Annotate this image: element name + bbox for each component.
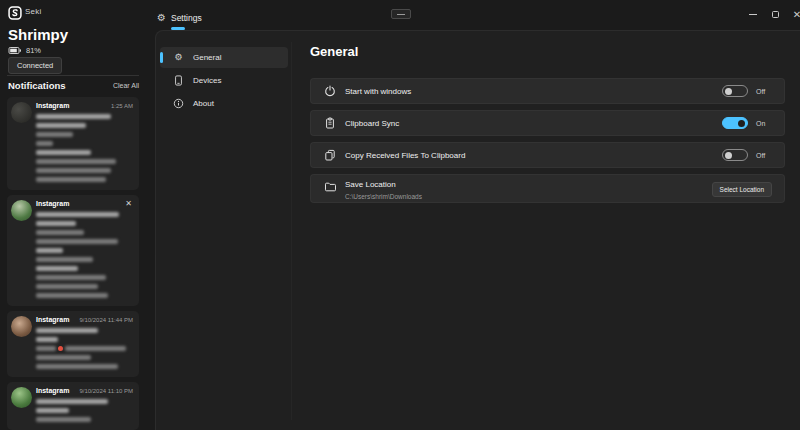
redacted-line: [36, 246, 133, 255]
redacted-line: [36, 264, 133, 273]
device-name: Shrimpy: [8, 26, 68, 43]
sidebar-divider: [7, 75, 139, 76]
close-button[interactable]: ✕: [786, 0, 800, 28]
close-icon[interactable]: ✕: [125, 199, 132, 208]
tab-settings[interactable]: ⚙ Settings: [157, 13, 202, 23]
sidebar-item-general[interactable]: ⚙ General: [160, 47, 288, 68]
battery-percent: 81%: [26, 46, 41, 55]
toggle-knob: [738, 120, 745, 127]
clipboard-icon: [323, 117, 336, 129]
titlebar-handle-widget[interactable]: [391, 9, 411, 19]
redacted-line: [36, 397, 133, 406]
redacted-line: [36, 130, 133, 139]
notification-app: Instagram: [36, 316, 69, 323]
folder-icon: [323, 181, 336, 193]
setting-row-copy-received-files: Copy Received Files To Clipboard Off: [310, 142, 785, 168]
gear-icon: ⚙: [157, 13, 166, 23]
toggle-state-label: Off: [756, 88, 772, 95]
avatar: [11, 387, 32, 408]
page-title: General: [310, 44, 358, 59]
setting-label: Clipboard Sync: [345, 119, 722, 128]
redacted-line: [36, 255, 133, 264]
toggle-knob: [725, 152, 732, 159]
avatar: [11, 200, 32, 221]
maximize-button[interactable]: [764, 0, 786, 28]
app-title: Seki: [25, 7, 41, 16]
setting-label: Save Location: [345, 180, 712, 189]
nav-item-label: Devices: [193, 76, 221, 85]
seki-window: Seki ✕ Shrimpy 81% Connected Notificatio…: [0, 0, 800, 430]
emoji-icon: [58, 346, 63, 351]
app-logo-icon: [8, 6, 22, 20]
close-icon: ✕: [793, 9, 800, 20]
redacted-line: [36, 166, 133, 175]
copy-icon: [323, 149, 336, 161]
tab-settings-label: Settings: [171, 13, 202, 23]
setting-label: Start with windows: [345, 87, 722, 96]
notification-list: Instagram1:25 AMInstagram✕Instagram9/10/…: [7, 97, 139, 430]
info-icon: [173, 98, 184, 109]
notification-app: Instagram: [36, 102, 69, 109]
redacted-line: [36, 353, 133, 362]
toggle-knob: [725, 88, 732, 95]
redacted-line: [36, 344, 133, 353]
redacted-line: [36, 291, 133, 300]
toggle-state-label: Off: [756, 152, 772, 159]
start-with-windows-toggle[interactable]: [722, 85, 748, 97]
notification-time: 1:25 AM: [111, 103, 133, 109]
connection-status-badge[interactable]: Connected: [8, 57, 62, 74]
notification-time: 9/10/2024 11:44 PM: [79, 317, 133, 323]
redacted-line: [36, 210, 133, 219]
power-icon: [323, 85, 336, 97]
notification-card[interactable]: Instagram9/10/2024 11:44 PM: [7, 311, 139, 377]
avatar: [11, 102, 32, 123]
save-location-path: C:\Users\shrim\Downloads: [345, 193, 712, 200]
nav-content-divider: [291, 42, 292, 420]
redacted-line: [36, 139, 133, 148]
redacted-line: [36, 335, 133, 344]
toggle-state-label: On: [756, 120, 772, 127]
maximize-icon: [772, 11, 779, 18]
redacted-line: [36, 121, 133, 130]
battery-icon: [8, 45, 22, 56]
sidebar-item-about[interactable]: About: [160, 93, 288, 114]
sidebar-item-devices[interactable]: Devices: [160, 70, 288, 91]
redacted-line: [36, 326, 133, 335]
redacted-line: [36, 282, 133, 291]
redacted-line: [36, 112, 133, 121]
nav-item-label: General: [193, 53, 221, 62]
setting-label: Copy Received Files To Clipboard: [345, 151, 722, 160]
dash-icon: [397, 14, 405, 15]
notifications-title: Notifications: [8, 80, 66, 91]
clear-all-button[interactable]: Clear All: [113, 82, 139, 89]
notification-app: Instagram: [36, 200, 69, 207]
gear-icon: ⚙: [173, 53, 184, 62]
avatar: [11, 316, 32, 337]
notification-card[interactable]: Instagram✕: [7, 195, 139, 306]
setting-row-clipboard-sync: Clipboard Sync On: [310, 110, 785, 136]
redacted-line: [36, 362, 133, 371]
redacted-line: [36, 415, 133, 424]
battery-status: 81%: [8, 45, 41, 56]
nav-item-label: About: [193, 99, 214, 108]
setting-row-save-location: Save Location C:\Users\shrim\Downloads S…: [310, 174, 785, 203]
notification-card[interactable]: Instagram1:25 AM: [7, 97, 139, 190]
redacted-line: [36, 237, 133, 246]
redacted-line: [36, 406, 133, 415]
redacted-line: [36, 273, 133, 282]
clipboard-sync-toggle[interactable]: [722, 117, 748, 129]
setting-row-start-with-windows: Start with windows Off: [310, 78, 785, 104]
notification-app: Instagram: [36, 387, 69, 394]
redacted-line: [36, 157, 133, 166]
copy-received-files-toggle[interactable]: [722, 149, 748, 161]
select-location-button[interactable]: Select Location: [712, 182, 772, 197]
notification-card[interactable]: Instagram9/10/2024 11:10 PM: [7, 382, 139, 430]
redacted-line: [36, 228, 133, 237]
minimize-button[interactable]: [742, 0, 764, 28]
redacted-line: [36, 148, 133, 157]
minimize-icon: [749, 14, 757, 15]
redacted-line: [36, 219, 133, 228]
redacted-line: [36, 175, 133, 184]
phone-icon: [173, 75, 184, 86]
notification-time: 9/10/2024 11:10 PM: [79, 388, 133, 394]
